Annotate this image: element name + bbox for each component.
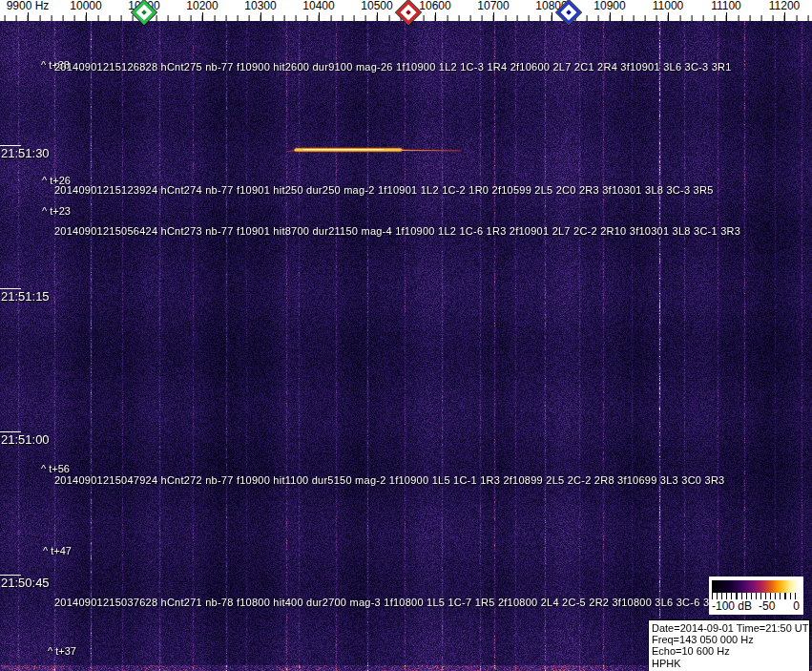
colorbar-label: -100 dB	[712, 599, 752, 613]
freq-tick-label: 10300	[244, 0, 276, 12]
detection-text: 20140901215126828 hCnt275 nb-77 f10900 h…	[54, 61, 732, 73]
detection-text: 20140901215056424 hCnt273 nb-77 f10901 h…	[54, 225, 740, 237]
freq-tick-label: 10200	[186, 0, 218, 12]
colorbar: -100 dB-500	[709, 577, 803, 615]
freq-tick-label: 10700	[477, 0, 509, 12]
caret-annotation: ^ t+23	[42, 205, 71, 217]
freq-tick-label: 9900 Hz	[7, 0, 50, 12]
colorbar-gradient	[712, 580, 800, 593]
detection-text: 20140901215047924 hCnt272 nb-77 f10900 h…	[54, 474, 724, 486]
detection-text: 20140901215037628 hCnt271 nb-78 f10800 h…	[54, 597, 723, 608]
freq-tick-label: 10400	[302, 0, 334, 12]
caret-annotation: ^ t+47	[43, 545, 72, 556]
time-text: 21:51:00	[1, 432, 50, 447]
colorbar-ruler	[712, 593, 800, 599]
spectrogram-window: 9900 Hz100001010010200103001040010500106…	[0, 0, 812, 671]
freq-tick-label: 10600	[419, 0, 450, 12]
info-box: Date=2014-09-01 Time=21:50 UTCFreq=143 0…	[648, 619, 810, 671]
colorbar-label: 0	[793, 599, 800, 613]
freq-tick-label: 11000	[653, 0, 683, 12]
freq-tick-label: 11200	[769, 0, 800, 12]
info-line: HPHK	[652, 658, 806, 669]
info-line: Echo=10 600 Hz	[652, 645, 806, 657]
freq-tick-label: 10500	[361, 0, 392, 12]
marker-dot	[406, 10, 411, 15]
marker-dot	[141, 10, 147, 15]
detection-text: 20140901215123924 hCnt274 nb-77 f10901 h…	[54, 184, 714, 196]
colorbar-labels: -100 dB-500	[709, 599, 803, 614]
info-line: Date=2014-09-01 Time=21:50 UTC	[652, 622, 806, 634]
info-line: Freq=143 050 000 Hz	[652, 634, 806, 645]
caret-annotation: ^ t+37	[48, 645, 76, 657]
freq-tick-label: 10000	[70, 0, 101, 12]
time-text: 21:50:45	[1, 576, 50, 590]
caret-annotation: ^ t+56	[41, 463, 70, 474]
freq-tick-label: 10900	[593, 0, 625, 12]
colorbar-label: -50	[759, 599, 775, 613]
marker-dot	[566, 10, 572, 15]
spectrogram-canvas	[0, 21, 812, 671]
time-text: 21:51:15	[1, 289, 50, 304]
freq-tick-label: 11100	[711, 0, 741, 12]
time-text: 21:51:30	[1, 146, 50, 160]
